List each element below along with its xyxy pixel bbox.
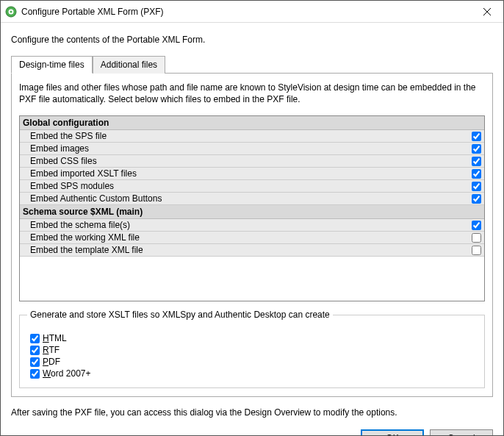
config-row-label: Embed CSS files: [30, 156, 472, 166]
svg-point-2: [10, 10, 12, 12]
app-icon: [5, 6, 17, 18]
config-table-spacer: [20, 257, 484, 301]
format-checkbox[interactable]: [30, 346, 40, 355]
config-row: Embed the SPS file: [20, 130, 484, 143]
footer-note: After saving the PXF file, you can acces…: [11, 407, 493, 418]
intro-text: Configure the contents of the Portable X…: [11, 35, 493, 45]
config-row-checkbox[interactable]: [472, 194, 481, 204]
config-row: Embed imported XSLT files: [20, 168, 484, 180]
config-group-header: Schema source $XML (main): [20, 205, 484, 219]
ok-button[interactable]: OK: [361, 429, 424, 436]
config-row-label: Embed Authentic Custom Buttons: [30, 193, 472, 204]
window-title: Configure Portable XML Form (PXF): [21, 7, 164, 17]
config-row-checkbox[interactable]: [472, 233, 481, 243]
config-row-checkbox[interactable]: [472, 144, 481, 154]
format-option[interactable]: PDF: [27, 357, 477, 367]
config-row-label: Embed the schema file(s): [30, 220, 472, 230]
config-group-header: Global configuration: [20, 116, 484, 130]
format-option[interactable]: Word 2007+: [27, 368, 477, 379]
config-row-checkbox[interactable]: [472, 182, 481, 191]
tab-design-time-files[interactable]: Design-time files: [11, 56, 93, 74]
config-row-checkbox[interactable]: [472, 221, 481, 230]
config-row-label: Embed the template XML file: [30, 245, 472, 255]
config-row-label: Embed images: [30, 143, 472, 154]
format-option[interactable]: HTML: [27, 333, 477, 343]
format-checkbox[interactable]: [30, 369, 40, 379]
config-row-label: Embed imported XSLT files: [30, 168, 472, 179]
tab-strip: Design-time files Additional files: [11, 55, 493, 74]
config-row: Embed the working XML file: [20, 232, 484, 244]
config-row-label: Embed SPS modules: [30, 181, 472, 191]
config-row-label: Embed the working XML file: [30, 232, 472, 243]
config-row: Embed Authentic Custom Buttons: [20, 193, 484, 205]
config-row: Embed the template XML file: [20, 244, 484, 257]
config-row: Embed the schema file(s): [20, 219, 484, 232]
tab-panel-design: Image files and other files whose path a…: [11, 74, 493, 397]
config-row-checkbox[interactable]: [472, 132, 481, 141]
format-option[interactable]: RTF: [27, 345, 477, 355]
titlebar: Configure Portable XML Form (PXF): [1, 1, 503, 23]
format-checkbox[interactable]: [30, 334, 40, 343]
close-button[interactable]: [470, 1, 503, 23]
config-row-checkbox[interactable]: [472, 246, 481, 255]
config-row-checkbox[interactable]: [472, 157, 481, 166]
config-row: Embed SPS modules: [20, 180, 484, 193]
format-label: RTF: [43, 345, 60, 355]
format-checkbox[interactable]: [30, 357, 40, 367]
formats-legend: Generate and store XSLT files so XMLSpy …: [27, 310, 333, 320]
cancel-button[interactable]: Cancel: [430, 429, 493, 436]
dialog-button-row: OK Cancel: [1, 425, 503, 436]
config-row: Embed images: [20, 143, 484, 155]
config-row-checkbox[interactable]: [472, 169, 481, 179]
format-label: Word 2007+: [43, 368, 91, 379]
config-table: Global configurationEmbed the SPS fileEm…: [19, 115, 485, 301]
output-formats-fieldset: Generate and store XSLT files so XMLSpy …: [19, 315, 485, 388]
config-row-label: Embed the SPS file: [30, 131, 472, 141]
tab-additional-files[interactable]: Additional files: [93, 56, 165, 74]
config-row: Embed CSS files: [20, 155, 484, 168]
format-label: HTML: [43, 333, 67, 343]
panel-description: Image files and other files whose path a…: [19, 82, 485, 105]
format-label: PDF: [43, 357, 60, 367]
